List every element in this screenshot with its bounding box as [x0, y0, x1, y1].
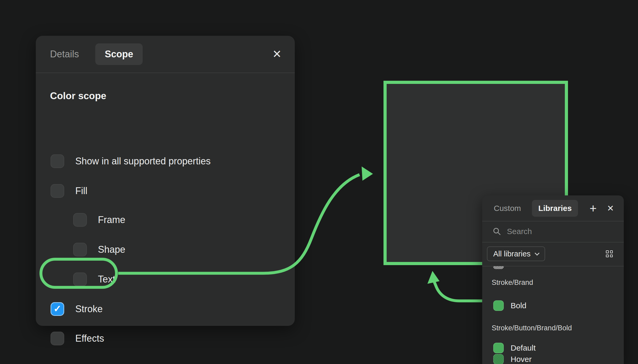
list-item-bold[interactable]: Bold	[493, 300, 526, 311]
chevron-down-icon	[535, 251, 539, 255]
color-swatch	[493, 300, 504, 311]
add-icon[interactable]: +	[590, 202, 597, 214]
small-arrow-line	[434, 281, 483, 301]
tab-libraries[interactable]: Libraries	[532, 200, 578, 217]
item-label: Default	[511, 343, 536, 352]
checkbox-row-stroke[interactable]: ✓ Stroke	[51, 302, 103, 316]
checkbox-row-show-all[interactable]: Show in all supported properties	[51, 154, 211, 168]
checkbox-label: Show in all supported properties	[75, 156, 211, 167]
checkbox-text[interactable]	[73, 272, 87, 286]
section-title: Color scope	[50, 90, 106, 102]
section-title-stroke-button-brand-bold: Stroke/Button/Brand/Bold	[492, 324, 572, 332]
checkbox-row-effects[interactable]: Effects	[51, 332, 104, 345]
grid-square	[606, 250, 609, 253]
item-label: Bold	[511, 301, 526, 310]
grid-square	[610, 250, 613, 253]
color-swatch	[493, 354, 504, 364]
checkbox-stroke[interactable]: ✓	[51, 302, 64, 316]
checkbox-row-text[interactable]: Text	[73, 272, 115, 286]
search-row	[482, 221, 624, 242]
color-swatch	[493, 343, 504, 353]
grid-square	[606, 255, 609, 257]
checkbox-frame[interactable]	[73, 213, 87, 227]
filter-label: All libraries	[493, 250, 531, 258]
close-icon[interactable]: ✕	[607, 204, 614, 213]
tab-custom[interactable]: Custom	[494, 204, 521, 213]
close-icon[interactable]: ✕	[272, 49, 282, 60]
grid-square	[610, 255, 613, 257]
libraries-panel-header: Custom Libraries + ✕	[482, 195, 624, 221]
canvas: Details Scope ✕ Color scope Show in all …	[0, 0, 638, 364]
checkbox-label: Frame	[98, 214, 125, 225]
search-icon	[493, 227, 501, 236]
checkbox-label: Stroke	[75, 304, 103, 315]
tab-details[interactable]: Details	[50, 49, 79, 60]
list-item-default[interactable]: Default	[493, 343, 536, 353]
list-item-hover[interactable]: Hover	[493, 354, 532, 364]
big-arrow-head	[362, 166, 373, 181]
checkbox-label: Effects	[75, 333, 104, 344]
scope-dialog-header: Details Scope ✕	[36, 36, 295, 73]
libraries-panel: Custom Libraries + ✕ All libraries Strok…	[482, 195, 624, 364]
checkbox-label: Shape	[98, 244, 125, 255]
search-input[interactable]	[507, 227, 607, 236]
divider	[482, 242, 624, 242]
checkbox-shape[interactable]	[73, 243, 87, 256]
checkbox-label: Text	[98, 274, 115, 285]
checkbox-show-all[interactable]	[51, 154, 64, 168]
tab-scope[interactable]: Scope	[95, 43, 143, 65]
grid-view-icon[interactable]	[606, 250, 613, 257]
checkbox-row-fill[interactable]: Fill	[51, 184, 87, 198]
small-arrow-head	[427, 271, 440, 284]
scope-dialog-body: Color scope	[36, 73, 295, 88]
checkbox-row-frame[interactable]: Frame	[73, 213, 125, 227]
checkbox-fill[interactable]	[51, 184, 64, 198]
checkbox-row-shape[interactable]: Shape	[73, 243, 125, 256]
scope-dialog: Details Scope ✕ Color scope Show in all …	[36, 36, 295, 326]
item-label: Hover	[511, 355, 532, 364]
library-filter-dropdown[interactable]: All libraries	[487, 246, 545, 261]
checkbox-label: Fill	[75, 185, 87, 196]
check-icon: ✓	[53, 304, 61, 314]
section-title-stroke-brand: Stroke/Brand	[492, 279, 533, 287]
checkbox-effects[interactable]	[51, 332, 64, 345]
scrolled-swatch-tip	[493, 266, 504, 269]
